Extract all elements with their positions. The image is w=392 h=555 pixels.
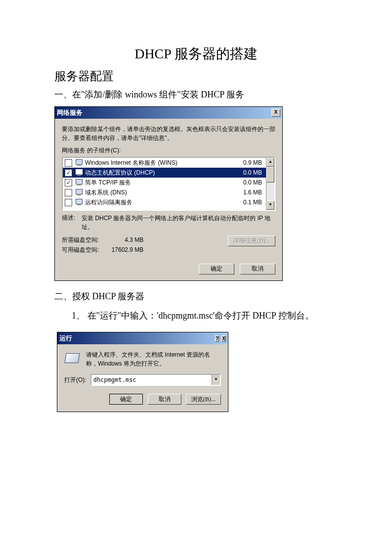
checkbox[interactable]: [65, 199, 72, 206]
available-space-value: 17602.9 MB: [99, 245, 143, 255]
item-size: 0.0 MB: [235, 169, 264, 176]
components-listbox[interactable]: Windows Internet 名称服务 (WINS) 0.9 MB 动态主机…: [62, 157, 275, 211]
item-size: 1.6 MB: [235, 189, 264, 196]
required-space-label: 所需磁盘空间:: [62, 236, 99, 243]
open-input[interactable]: [91, 375, 212, 385]
run-prompt-text: 请键入程序、文件夹、文档或 Internet 资源的名称，Windows 将为您…: [86, 350, 221, 368]
open-combobox[interactable]: ▼: [90, 374, 221, 386]
description-label: 描述:: [62, 214, 82, 231]
item-label: Windows Internet 名称服务 (WINS): [85, 159, 235, 167]
computer-icon: [75, 169, 83, 176]
close-button[interactable]: X: [221, 335, 226, 342]
run-dialog: 运行 ? X 请键入程序、文件夹、文档或 Internet 资源的名称，Wind…: [57, 332, 228, 412]
dropdown-button[interactable]: ▼: [212, 375, 220, 385]
scroll-up-button[interactable]: ▲: [266, 158, 274, 167]
item-size: 0.0 MB: [235, 179, 264, 186]
computer-icon: [75, 189, 83, 196]
dialog-title: 网络服务: [57, 108, 83, 117]
titlebar[interactable]: 网络服务 X: [55, 107, 282, 119]
help-button[interactable]: ?: [215, 335, 219, 342]
scrollbar[interactable]: ▲ ▼: [266, 158, 274, 210]
step-2-sub-1: 1、 在"运行"中输入：'dhcpmgmt.msc'命令打开 DHCP 控制台。: [72, 307, 338, 324]
checkbox[interactable]: [65, 189, 72, 196]
browse-button[interactable]: 浏览(B)...: [186, 394, 221, 405]
instruction-text: 要添加或删除某个组件，请单击旁边的复选框。灰色框表示只会安装该组件的一部分。要查…: [62, 125, 275, 142]
item-size: 0.9 MB: [235, 159, 264, 166]
computer-icon: [75, 179, 83, 186]
network-services-dialog: 网络服务 X 要添加或删除某个组件，请单击旁边的复选框。灰色框表示只会安装该组件…: [54, 106, 283, 280]
item-size: 0.1 MB: [235, 199, 264, 206]
section-server-config: 服务器配置: [54, 68, 338, 84]
description-text: 安装 DHCP 服务器为同一个网络上的客户端计算机自动分配临时的 IP 地址。: [82, 214, 275, 231]
list-item[interactable]: 远程访问隔离服务 0.1 MB: [63, 197, 266, 207]
cancel-button[interactable]: 取消: [240, 264, 275, 275]
item-label: 简单 TCP/IP 服务: [85, 179, 235, 187]
ok-button[interactable]: 确定: [109, 394, 143, 405]
dialog-title: 运行: [59, 334, 72, 343]
checkbox[interactable]: [65, 169, 72, 177]
item-label: 域名系统 (DNS): [85, 188, 235, 197]
run-icon: [64, 350, 80, 366]
subcomponents-label: 网络服务 的子组件(C):: [62, 146, 275, 155]
scroll-down-button[interactable]: ▼: [266, 201, 274, 210]
available-space-label: 可用磁盘空间:: [62, 246, 99, 253]
scroll-thumb[interactable]: [266, 167, 274, 183]
item-label: 动态主机配置协议 (DHCP): [85, 169, 235, 177]
step-1-text: 一、在"添加/删除 windows 组件"安装 DHCP 服务: [54, 87, 338, 102]
list-item[interactable]: 动态主机配置协议 (DHCP) 0.0 MB: [63, 168, 266, 178]
list-item[interactable]: 域名系统 (DNS) 1.6 MB: [63, 187, 266, 197]
cancel-button[interactable]: 取消: [148, 394, 181, 405]
list-item[interactable]: Windows Internet 名称服务 (WINS) 0.9 MB: [63, 158, 266, 168]
step-2-text: 二、授权 DHCP 服务器: [54, 288, 338, 304]
checkbox[interactable]: [65, 179, 72, 186]
required-space-value: 4.3 MB: [99, 235, 143, 245]
list-item[interactable]: 简单 TCP/IP 服务 0.0 MB: [63, 178, 266, 187]
checkbox[interactable]: [65, 159, 72, 167]
ok-button[interactable]: 确定: [199, 264, 234, 275]
titlebar[interactable]: 运行 ? X: [57, 332, 228, 344]
item-label: 远程访问隔离服务: [85, 198, 235, 207]
close-button[interactable]: X: [271, 109, 280, 117]
computer-icon: [75, 199, 83, 206]
details-button: 详细信息(D)...: [228, 235, 275, 246]
document-title: DHCP 服务器的搭建: [54, 45, 338, 63]
computer-icon: [75, 159, 83, 166]
open-label: 打开(O):: [64, 376, 87, 384]
